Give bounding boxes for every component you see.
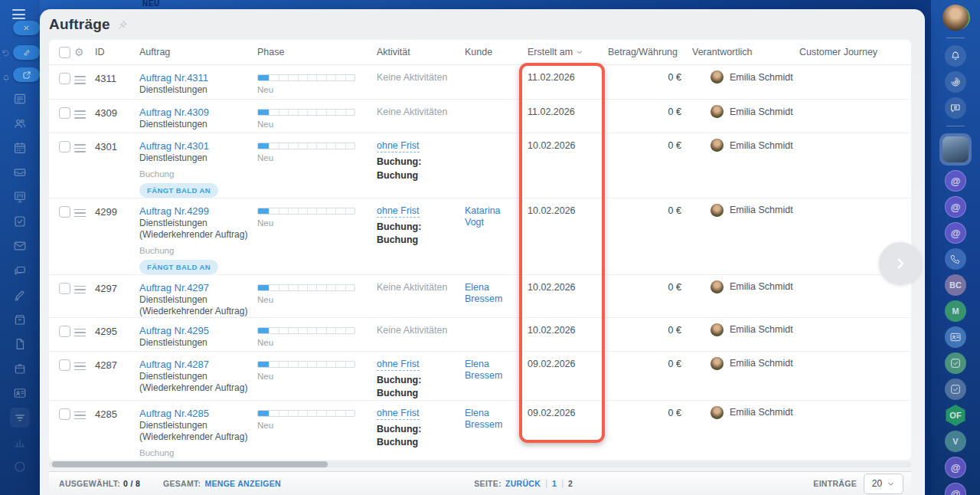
link-button[interactable]: [13, 45, 40, 60]
external-link-button[interactable]: [13, 67, 40, 82]
pin-icon[interactable]: [117, 19, 129, 31]
table-row[interactable]: 4295Auftrag Nr.4295DienstleistungenNeuKe…: [49, 318, 911, 352]
notifications-button[interactable]: [945, 45, 966, 67]
customer-link[interactable]: ElenaBressem: [465, 408, 528, 431]
row-checkbox[interactable]: [59, 283, 70, 294]
package-icon[interactable]: [13, 362, 27, 375]
activity-line: Buchung:: [377, 375, 465, 387]
customer-link[interactable]: ElenaBressem: [465, 282, 528, 306]
column-header-auftrag[interactable]: Auftrag: [139, 47, 257, 57]
order-link[interactable]: Auftrag Nr.4297: [139, 282, 209, 293]
order-link[interactable]: Auftrag Nr.4295: [139, 325, 209, 336]
chart-icon[interactable]: [13, 435, 27, 449]
order-link[interactable]: Auftrag Nr.4285: [139, 408, 209, 419]
mention-app-button[interactable]: @: [945, 483, 966, 495]
column-settings-gear-icon[interactable]: ⚙: [74, 47, 95, 57]
contact-photo-tile[interactable]: [939, 133, 972, 166]
order-subtitle: Dienstleistungen: [139, 85, 257, 96]
users-icon[interactable]: [13, 116, 27, 130]
table-row[interactable]: 4301Auftrag Nr.4301DienstleistungenBuchu…: [49, 133, 911, 198]
contact-card-button[interactable]: [945, 326, 966, 348]
phone-button[interactable]: [945, 248, 966, 270]
mail-icon[interactable]: [13, 239, 27, 253]
column-header-erstellt-am[interactable]: Erstellt am: [528, 47, 608, 57]
order-link[interactable]: Auftrag Nr.4301: [139, 140, 209, 152]
row-checkbox[interactable]: [59, 326, 70, 337]
drag-handle-icon[interactable]: [74, 352, 86, 371]
table-row[interactable]: 4297Auftrag Nr.4297Dienstleistungen(Wied…: [49, 275, 911, 318]
column-header-verantwortlich[interactable]: Verantwortlich: [692, 47, 799, 57]
customer-link[interactable]: ElenaBressem: [465, 359, 528, 382]
entries-per-page-select[interactable]: 20: [864, 474, 903, 494]
activity-link[interactable]: ohne Frist: [377, 205, 420, 218]
user-avatar[interactable]: [942, 5, 969, 31]
drag-handle-icon[interactable]: [74, 100, 86, 119]
kanban-icon[interactable]: [13, 190, 27, 204]
page-1-link[interactable]: 1: [552, 479, 557, 488]
conversations-button[interactable]: [945, 97, 966, 119]
column-header-phase[interactable]: Phase: [257, 47, 377, 57]
select-all-checkbox[interactable]: [59, 47, 70, 58]
chat-icon[interactable]: [13, 264, 27, 277]
page-2-link[interactable]: 2: [568, 479, 573, 488]
customer-link[interactable]: KatarinaVogt: [465, 205, 528, 229]
row-checkbox[interactable]: [59, 107, 70, 119]
drag-handle-icon[interactable]: [74, 198, 86, 218]
column-header-customer-journey[interactable]: Customer Journey: [799, 47, 911, 57]
column-header-betrag-w-hrung[interactable]: Betrag/Währung: [608, 47, 692, 57]
initials-badge-bc[interactable]: BC: [945, 274, 966, 296]
close-button[interactable]: [13, 21, 40, 35]
drag-handle-icon[interactable]: [74, 65, 86, 84]
mention-app-button[interactable]: @: [945, 170, 966, 192]
table-row[interactable]: 4299Auftrag Nr.4299Dienstleistungen(Wied…: [49, 198, 911, 275]
drag-handle-icon[interactable]: [74, 318, 86, 337]
table-row[interactable]: 4285Auftrag Nr.4285Dienstleistungen(Wied…: [49, 401, 911, 461]
filter-icon[interactable]: [10, 408, 30, 428]
pen-icon[interactable]: [13, 288, 27, 302]
document-icon[interactable]: [13, 337, 27, 351]
initials-badge-m[interactable]: M: [945, 300, 966, 322]
table-row[interactable]: 4311Auftrag Nr.4311DienstleistungenNeuKe…: [49, 65, 911, 100]
hex-badge-of[interactable]: OF: [945, 405, 966, 426]
archive-icon[interactable]: [13, 313, 27, 326]
table-row[interactable]: 4309Auftrag Nr.4309DienstleistungenNeuKe…: [49, 100, 911, 133]
order-link[interactable]: Auftrag Nr.4309: [139, 107, 209, 118]
mention-app-button[interactable]: @: [945, 457, 966, 478]
scrollbar-thumb[interactable]: [52, 461, 328, 467]
expand-panel-button[interactable]: [879, 242, 922, 285]
inbox-icon[interactable]: [13, 166, 27, 179]
check-square-icon[interactable]: [13, 215, 27, 228]
back-page-link[interactable]: ZURÜCK: [505, 479, 541, 488]
circle-icon[interactable]: [13, 460, 27, 474]
drag-handle-icon[interactable]: [74, 133, 86, 152]
row-checkbox[interactable]: [59, 359, 70, 371]
spiral-app-button[interactable]: [945, 71, 966, 93]
drag-handle-icon[interactable]: [74, 401, 86, 420]
news-icon[interactable]: [13, 92, 27, 106]
initials-badge-v[interactable]: V: [945, 431, 966, 452]
row-checkbox[interactable]: [59, 73, 70, 84]
tasks-button-slate[interactable]: [945, 379, 966, 400]
row-checkbox[interactable]: [59, 206, 70, 218]
horizontal-scrollbar[interactable]: [49, 461, 911, 467]
tasks-button-green[interactable]: [945, 352, 966, 374]
id-card-icon[interactable]: [13, 386, 27, 400]
menu-icon[interactable]: [12, 9, 25, 19]
order-link[interactable]: Auftrag Nr.4311: [139, 72, 208, 84]
order-link[interactable]: Auftrag Nr.4299: [139, 205, 209, 217]
show-total-link[interactable]: MENGE ANZEIGEN: [204, 479, 280, 488]
calendar-icon[interactable]: [13, 141, 27, 155]
column-header-kunde[interactable]: Kunde: [465, 47, 528, 57]
mention-app-button[interactable]: @: [945, 196, 966, 218]
column-header-id[interactable]: ID: [95, 47, 139, 57]
row-checkbox[interactable]: [59, 141, 70, 152]
row-checkbox[interactable]: [59, 408, 70, 420]
table-row[interactable]: 4287Auftrag Nr.4287Dienstleistungen(Wied…: [49, 352, 911, 401]
activity-link[interactable]: ohne Frist: [377, 408, 420, 420]
mention-app-button[interactable]: @: [945, 222, 966, 244]
column-header-aktivit-t[interactable]: Aktivität: [377, 47, 465, 57]
activity-link[interactable]: ohne Frist: [377, 140, 420, 152]
drag-handle-icon[interactable]: [74, 275, 86, 294]
order-link[interactable]: Auftrag Nr.4287: [139, 359, 209, 370]
activity-link[interactable]: ohne Frist: [377, 359, 420, 371]
